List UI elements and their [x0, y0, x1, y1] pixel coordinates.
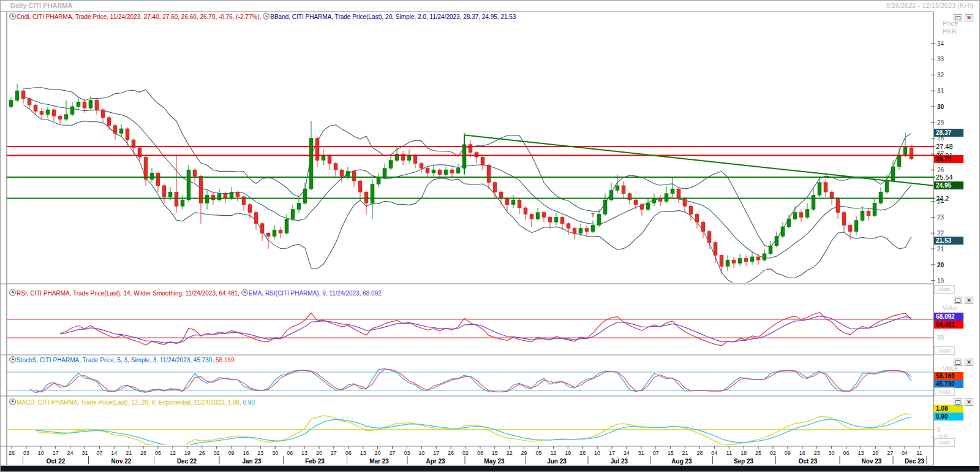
day-tick-label: 19: [184, 450, 190, 456]
main-chart-legend: Cndl, CITI PHARMA, Trade Price, 11/24/20…: [9, 13, 516, 20]
candle-body: [469, 145, 472, 153]
day-tick-label: 21: [126, 450, 132, 456]
month-label: Nov 23: [862, 458, 882, 465]
macd-tick-label: 0: [937, 427, 941, 433]
candle-body: [701, 222, 705, 231]
candle-body: [107, 118, 111, 126]
month-label: May 23: [484, 458, 505, 465]
day-tick-label: 09: [228, 450, 235, 456]
candle-body: [438, 170, 442, 175]
candle-body: [273, 230, 276, 236]
candle-body: [744, 259, 748, 262]
day-tick-label: 14: [111, 450, 117, 456]
day-tick-label: 10: [418, 450, 424, 456]
candle-body: [493, 183, 497, 192]
candle-body: [303, 189, 307, 203]
candle-body: [144, 157, 148, 179]
month-label: Feb 23: [305, 458, 325, 465]
macd-close-icon[interactable]: ✕: [965, 398, 973, 406]
candle-body: [548, 217, 552, 222]
candle-body: [352, 172, 356, 181]
candle-body: [126, 129, 129, 140]
clock-icon: [263, 13, 270, 20]
candle-body: [34, 105, 37, 111]
candle-body: [652, 199, 656, 204]
candle-legend-text[interactable]: Cndl, CITI PHARMA, Trade Price, 11/24/20…: [17, 13, 261, 20]
clock-icon: [9, 289, 16, 296]
rsi-ema-legend-text[interactable]: EMA, RSI(CITI PHARMA), 9, 11/24/2023, 68…: [249, 290, 382, 297]
macd-restore-icon[interactable]: [954, 398, 962, 406]
candle-body: [248, 205, 252, 213]
macd-legend: MACD, CITI PHARMA, Trade Price(Last), 12…: [9, 398, 255, 406]
day-tick-label: 13: [301, 450, 307, 456]
day-tick-label: 27: [389, 450, 395, 456]
day-tick-label: 29: [521, 450, 527, 456]
main-auto-button[interactable]: Auto: [934, 285, 955, 294]
candle-body: [58, 116, 62, 119]
macd-legend-text[interactable]: MACD, CITI PHARMA, Trade Price(Last), 12…: [17, 399, 241, 406]
candle-body: [818, 183, 821, 196]
rsi-restore-icon[interactable]: [954, 297, 962, 304]
price-axis-currency: PKR: [943, 28, 957, 35]
candle-body: [689, 206, 693, 214]
day-tick-label: 23: [814, 450, 820, 456]
candle-body: [181, 200, 184, 206]
rsi-legend-text[interactable]: RSI, CITI PHARMA, Trade Price(Last), 14,…: [17, 290, 239, 297]
main-close-icon[interactable]: ✕: [965, 14, 973, 21]
month-label: Oct 23: [799, 458, 818, 465]
day-tick-label: 27: [887, 450, 893, 456]
price-tick-label: 30: [937, 104, 944, 110]
candle-body: [891, 167, 895, 181]
price-tick-label: 34: [937, 40, 944, 47]
candle-body: [573, 229, 576, 234]
candle-body: [40, 112, 43, 115]
candle-body: [150, 173, 154, 179]
candle-body: [854, 221, 858, 232]
stoch-auto-button[interactable]: Auto: [934, 387, 955, 396]
day-tick-label: 06: [287, 450, 293, 456]
candle-body: [224, 194, 227, 199]
candle-body: [836, 199, 840, 213]
stoch-restore-icon[interactable]: [954, 359, 962, 366]
bband-legend-text[interactable]: BBand, CITI PHARMA, Trade Price(Last), 2…: [270, 13, 516, 20]
rsi-auto-button[interactable]: Auto: [934, 346, 955, 355]
month-label: Aug 23: [671, 458, 692, 465]
price-level-label: 27.48: [936, 143, 953, 150]
day-tick-label: 02: [214, 450, 220, 456]
candle-body: [211, 195, 215, 200]
candle-body: [805, 210, 809, 218]
main-restore-icon[interactable]: [954, 14, 962, 21]
clock-icon: [9, 356, 16, 363]
day-tick-label: 28: [140, 450, 146, 456]
candle-body: [260, 224, 264, 233]
candle-body: [95, 101, 99, 110]
macd-signal-badge: 0.90: [934, 413, 963, 421]
candle-body: [640, 205, 644, 210]
price-tick-label: 20: [937, 262, 944, 268]
day-tick-label: 07: [96, 450, 102, 456]
candle-body: [671, 189, 674, 194]
rsi-close-icon[interactable]: ✕: [965, 297, 973, 304]
day-tick-label: 11: [726, 450, 732, 456]
day-tick-label: 22: [507, 450, 513, 456]
month-label: Dec 22: [177, 458, 197, 465]
day-tick-label: 05: [155, 450, 161, 456]
candle-body: [371, 184, 374, 203]
month-label: Jun 23: [547, 458, 567, 465]
day-tick-label: 09: [785, 450, 791, 456]
panel-frame: [1, 12, 933, 465]
day-tick-label: 24: [67, 450, 74, 456]
day-tick-label: 30: [829, 450, 835, 456]
candle-body: [230, 192, 233, 198]
candle-body: [364, 192, 368, 203]
candle-body: [193, 170, 197, 176]
rsi-legend: RSI, CITI PHARMA, Trade Price(Last), 14,…: [9, 289, 382, 297]
stoch-legend-text[interactable]: StochS, CITI PHARMA, Trade Price, 5, 3, …: [17, 357, 214, 364]
candle-body: [830, 192, 834, 198]
candle-body: [266, 233, 270, 236]
day-tick-label: 16: [799, 450, 805, 456]
macd-auto-button[interactable]: Auto: [934, 438, 955, 447]
stoch-close-icon[interactable]: ✕: [965, 359, 973, 366]
day-tick-label: 26: [9, 450, 15, 456]
candle-body: [597, 214, 601, 225]
